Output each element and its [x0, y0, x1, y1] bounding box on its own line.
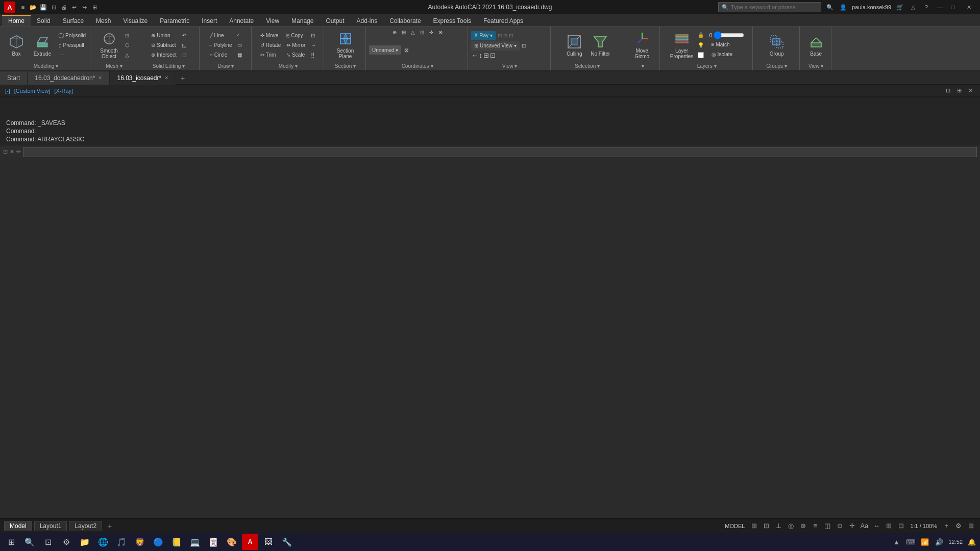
tab-manage[interactable]: Manage: [285, 15, 320, 26]
cmd-clear-icon[interactable]: ✕: [10, 148, 14, 155]
fillet-button[interactable]: ↶: [180, 31, 188, 40]
groups-dropdown[interactable]: ▾: [785, 63, 787, 69]
unsaved-view-button[interactable]: ⊞ Unsaved View ▾: [471, 41, 520, 51]
osnap-toggle[interactable]: ⊕: [798, 521, 808, 531]
minimize-button[interactable]: —: [935, 3, 944, 12]
trim-button[interactable]: ✂Trim: [258, 50, 283, 59]
viewport-custom-view-label[interactable]: [Custom View]: [14, 88, 51, 94]
maximize-button[interactable]: □: [948, 3, 958, 12]
solid-edit-dropdown[interactable]: ▾: [182, 63, 185, 69]
revit-taskbar[interactable]: 🔧: [279, 534, 295, 550]
tab-featured[interactable]: Featured Apps: [477, 15, 529, 26]
settings-taskbar[interactable]: ⚙: [58, 534, 75, 550]
view-dropdown-icon[interactable]: ▾: [514, 43, 517, 48]
save-icon[interactable]: 💾: [39, 3, 48, 12]
keyboard-icon[interactable]: ⌨: [905, 537, 916, 547]
viewport-tab-dodecahedron[interactable]: 16.03_dodecahedron* ✕: [28, 71, 110, 85]
line-button[interactable]: ╱Line: [208, 31, 234, 40]
layout1-tab[interactable]: Layout1: [34, 521, 67, 531]
tab-surface[interactable]: Surface: [57, 15, 90, 26]
base-button[interactable]: Base: [804, 30, 828, 60]
gizmo-toggle[interactable]: ✛: [847, 521, 857, 531]
culling-button[interactable]: Culling: [562, 30, 586, 60]
view-icon2[interactable]: ↕: [479, 52, 482, 59]
move-button[interactable]: ✛Move: [258, 31, 283, 40]
view-icon3[interactable]: ⊞: [483, 52, 489, 59]
layer-match-btn[interactable]: ≡Match: [709, 40, 744, 49]
undo-icon[interactable]: ↩: [69, 3, 79, 12]
tab-visualize[interactable]: Visualize: [117, 15, 154, 26]
viewport-minus-label[interactable]: [-]: [5, 88, 10, 94]
coords-btn6[interactable]: ⊗: [436, 28, 445, 37]
shell-button[interactable]: ◻: [180, 50, 188, 59]
start-button[interactable]: ⊞: [3, 534, 19, 550]
move-gizmo-button[interactable]: MoveGizmo: [630, 30, 654, 60]
network-icon[interactable]: 📶: [920, 537, 930, 547]
gizmo-dropdown[interactable]: ▾: [642, 63, 644, 69]
tab-mesh[interactable]: Mesh: [90, 15, 117, 26]
visual-style-options[interactable]: ⊡ ⊡ ⊡: [498, 33, 513, 38]
workspace-icon[interactable]: ⊞: [90, 3, 99, 12]
unnamed-dropdown[interactable]: Unnamed ▾: [369, 45, 401, 55]
photoshop-taskbar[interactable]: 🖼: [260, 534, 277, 550]
search-input[interactable]: [731, 4, 818, 10]
new-tab-button[interactable]: +: [176, 71, 189, 85]
viewport-close-btn[interactable]: ✕: [966, 86, 975, 95]
rotate-button[interactable]: ↺Rotate: [258, 40, 283, 49]
no-filter-button[interactable]: No Filter: [588, 30, 612, 60]
grid-toggle[interactable]: ⊞: [749, 521, 759, 531]
polyline-button[interactable]: ⌐Polyline: [208, 40, 234, 49]
tab-output[interactable]: Output: [320, 15, 350, 26]
menu-icon[interactable]: ≡: [18, 3, 28, 12]
file-explorer-taskbar[interactable]: 📁: [77, 534, 93, 550]
cart-icon[interactable]: 🛒: [895, 3, 904, 12]
taskview-button[interactable]: ⊡: [40, 534, 56, 550]
mirror-button[interactable]: ⇔Mirror: [284, 40, 307, 49]
search-bar[interactable]: 🔍: [718, 2, 821, 12]
intersect-button[interactable]: ⊗Intersect: [149, 50, 178, 59]
open-icon[interactable]: 📂: [29, 3, 38, 12]
cards-taskbar[interactable]: 🃏: [205, 534, 222, 550]
icosahedron-tab-close[interactable]: ✕: [164, 75, 168, 81]
view-options[interactable]: ⊡: [522, 43, 526, 48]
layer-freeze-btn[interactable]: 🔒: [696, 30, 706, 39]
modeling-dropdown-icon[interactable]: ▾: [56, 63, 58, 69]
transparency-toggle[interactable]: ◫: [822, 521, 832, 531]
coords-dropdown[interactable]: ▾: [431, 63, 433, 69]
selection-cycling[interactable]: ⊙: [835, 521, 845, 531]
coords-btn1[interactable]: ⊕: [390, 28, 399, 37]
help-icon[interactable]: ?: [922, 3, 931, 12]
coord-icon-btn[interactable]: ⊠: [402, 45, 410, 55]
tab-parametric[interactable]: Parametric: [154, 15, 195, 26]
user-icon[interactable]: 👤: [839, 3, 848, 12]
spotify-taskbar[interactable]: 🎵: [113, 534, 130, 550]
layer-on-btn[interactable]: 💡: [696, 40, 706, 49]
brave-taskbar[interactable]: 🦁: [132, 534, 148, 550]
autocad-taskbar[interactable]: A: [242, 534, 258, 550]
paint-taskbar[interactable]: 🎨: [224, 534, 240, 550]
polar-toggle[interactable]: ◎: [786, 521, 796, 531]
dodecahedron-tab-close[interactable]: ✕: [98, 75, 102, 81]
coords-btn2[interactable]: ⊞: [400, 28, 408, 37]
hatch-button[interactable]: ▦: [235, 50, 244, 59]
coords-btn3[interactable]: △: [409, 28, 417, 37]
group-button[interactable]: Group: [765, 30, 789, 60]
viewport-xray-label[interactable]: [X-Ray]: [55, 88, 74, 94]
presspull-button[interactable]: ↕ Presspull: [56, 40, 88, 49]
viewport-tab-icosahedron[interactable]: 16.03_icosaedr* ✕: [110, 71, 176, 85]
snap-toggle[interactable]: ⊡: [761, 521, 771, 531]
rect-button[interactable]: ▭: [235, 40, 244, 49]
selection-dropdown[interactable]: ▾: [597, 63, 600, 69]
units-toggle[interactable]: ↔: [871, 521, 881, 531]
tab-collaborate[interactable]: Collaborate: [383, 15, 427, 26]
view2-dropdown[interactable]: ▾: [821, 63, 823, 69]
tab-express[interactable]: Express Tools: [427, 15, 477, 26]
tab-solid[interactable]: Solid: [31, 15, 57, 26]
mesh-tool2[interactable]: ⬡: [123, 40, 132, 49]
smooth-object-button[interactable]: SmoothObject: [97, 30, 121, 60]
zoom-in[interactable]: +: [941, 521, 951, 531]
xray-button[interactable]: X-Ray ▾: [471, 31, 496, 40]
chrome-taskbar[interactable]: 🔵: [150, 534, 166, 550]
share-icon[interactable]: △: [909, 3, 918, 12]
qprops-toggle[interactable]: ⊡: [896, 521, 906, 531]
